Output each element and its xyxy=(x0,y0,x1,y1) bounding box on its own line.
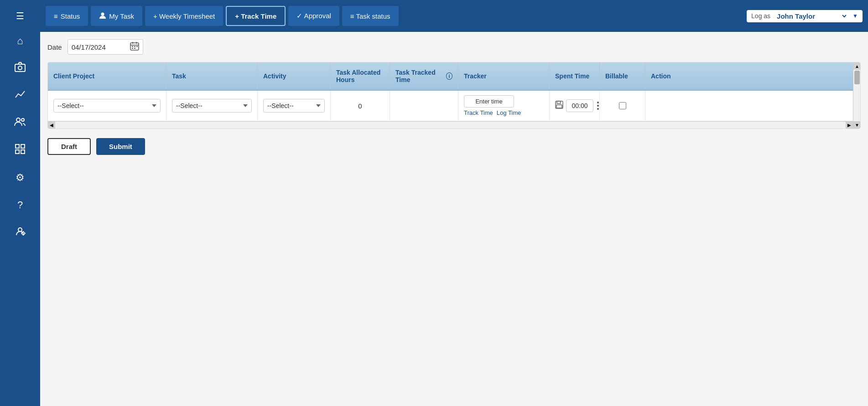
table-row: --Select-- --Select-- --Select-- 0 xyxy=(48,91,853,121)
logon-user-select[interactable]: John Taylor xyxy=(775,12,848,21)
sidebar: ☰ ⌂ xyxy=(0,0,40,406)
sidebar-item-chart[interactable] xyxy=(0,82,40,109)
col-task-tracked-time: Task Tracked Time i xyxy=(390,62,458,90)
scroll-down-button[interactable]: ▼ xyxy=(853,121,861,128)
horizontal-scrollbar[interactable]: ◀ ▶ xyxy=(48,121,853,128)
date-input[interactable] xyxy=(72,43,126,51)
page-content: Date xyxy=(40,32,868,406)
cell-activity: --Select-- xyxy=(258,91,331,121)
dropdown-chevron-icon: ▼ xyxy=(852,13,858,19)
my-task-nav-button[interactable]: My Task xyxy=(91,6,142,26)
table-header: Client Project Task Activity Task Alloca… xyxy=(48,62,853,91)
top-navigation: ≡ Status My Task + Weekly Timesheet + Tr… xyxy=(40,0,868,32)
camera-icon xyxy=(15,62,26,75)
col-task: Task xyxy=(166,62,258,90)
svg-rect-22 xyxy=(132,48,133,49)
help-icon: ? xyxy=(17,199,23,211)
col-client-project: Client Project xyxy=(48,62,166,90)
log-time-link[interactable]: Log Time xyxy=(497,109,521,116)
timesheet-table: ▲ ▼ Client Project Task Activity Task xyxy=(47,62,861,129)
dot1 xyxy=(597,102,599,103)
svg-rect-7 xyxy=(21,150,25,154)
col-action: Action xyxy=(645,62,682,90)
svg-rect-25 xyxy=(557,101,561,103)
col-billable: Billable xyxy=(600,62,645,90)
tracked-time-info-icon[interactable]: i xyxy=(446,72,452,80)
cell-client-project: --Select-- xyxy=(48,91,166,121)
sidebar-item-people[interactable] xyxy=(0,109,40,137)
col-spent-time: Spent Time xyxy=(550,62,600,90)
scroll-right-button[interactable]: ▶ xyxy=(846,122,853,129)
svg-rect-4 xyxy=(16,144,19,148)
submit-button[interactable]: Submit xyxy=(96,138,145,155)
client-project-select[interactable]: --Select-- xyxy=(53,99,161,113)
tracker-controls: Enter time Track Time Log Time xyxy=(464,95,521,116)
cell-task: --Select-- xyxy=(166,91,258,121)
logon-label: Log as xyxy=(751,12,770,20)
people-icon xyxy=(14,117,26,129)
sidebar-item-settings[interactable]: ⚙ xyxy=(0,164,40,191)
hamburger-button[interactable]: ☰ xyxy=(0,5,40,27)
cell-action xyxy=(645,91,682,121)
person-icon xyxy=(99,12,106,21)
svg-rect-5 xyxy=(21,144,25,148)
sidebar-item-help[interactable]: ? xyxy=(0,191,40,219)
settings-icon: ⚙ xyxy=(16,172,25,184)
svg-rect-19 xyxy=(132,46,133,47)
activity-select[interactable]: --Select-- xyxy=(263,99,325,113)
task-select[interactable]: --Select-- xyxy=(172,99,252,113)
svg-rect-21 xyxy=(136,46,138,47)
save-icon[interactable] xyxy=(555,101,563,111)
dot3 xyxy=(597,108,599,110)
cell-spent-time: 00:00 xyxy=(550,91,600,121)
calendar-icon[interactable] xyxy=(130,41,139,52)
scroll-thumb xyxy=(854,71,860,84)
sidebar-item-grid[interactable] xyxy=(0,137,40,164)
billable-checkbox[interactable] xyxy=(619,102,626,109)
svg-point-1 xyxy=(18,66,22,70)
svg-point-14 xyxy=(101,12,104,15)
col-task-allocated-hours: Task Allocated Hours xyxy=(331,62,390,90)
sidebar-item-camera[interactable] xyxy=(0,55,40,82)
dot2 xyxy=(597,105,599,107)
date-row: Date xyxy=(47,39,861,55)
col-activity: Activity xyxy=(258,62,331,90)
cell-tracked-time xyxy=(390,91,458,121)
scroll-left-button[interactable]: ◀ xyxy=(48,122,55,129)
user-settings-icon xyxy=(15,226,26,239)
spent-time-display: 00:00 xyxy=(566,99,593,112)
scroll-track xyxy=(853,70,860,121)
svg-point-3 xyxy=(21,118,24,121)
sidebar-item-user-settings[interactable] xyxy=(0,219,40,246)
svg-point-8 xyxy=(18,228,22,231)
track-time-link[interactable]: Track Time xyxy=(464,109,493,116)
home-icon: ⌂ xyxy=(17,35,23,47)
three-dots-menu[interactable] xyxy=(596,101,600,111)
spent-time-cell: 00:00 xyxy=(555,99,600,112)
date-input-wrapper xyxy=(68,39,143,55)
approval-nav-button[interactable]: ✓ Approval xyxy=(288,6,339,26)
grid-icon xyxy=(15,144,25,157)
allocated-hours-value: 0 xyxy=(358,102,362,110)
col-tracker: Tracker xyxy=(458,62,550,90)
scroll-up-button[interactable]: ▲ xyxy=(853,62,861,70)
sidebar-item-home[interactable]: ⌂ xyxy=(0,27,40,55)
draft-button[interactable]: Draft xyxy=(47,138,91,155)
cell-allocated-hours: 0 xyxy=(331,91,390,121)
svg-rect-6 xyxy=(16,150,19,154)
cell-billable xyxy=(600,91,645,121)
logon-area: Log as John Taylor ▼ xyxy=(747,10,863,22)
task-status-nav-button[interactable]: ≡ Task status xyxy=(342,6,399,26)
svg-rect-26 xyxy=(556,105,562,108)
vertical-scrollbar[interactable]: ▲ ▼ xyxy=(853,62,860,128)
weekly-timesheet-nav-button[interactable]: + Weekly Timesheet xyxy=(145,6,223,26)
date-label: Date xyxy=(47,43,62,51)
svg-point-2 xyxy=(16,118,20,122)
svg-rect-20 xyxy=(134,46,135,47)
track-time-nav-button[interactable]: + Track Time xyxy=(226,6,286,26)
cell-tracker: Enter time Track Time Log Time xyxy=(458,91,550,121)
hamburger-icon: ☰ xyxy=(16,10,24,21)
enter-time-button[interactable]: Enter time xyxy=(464,95,514,108)
status-nav-button[interactable]: ≡ Status xyxy=(46,6,88,26)
chart-icon xyxy=(15,89,26,102)
